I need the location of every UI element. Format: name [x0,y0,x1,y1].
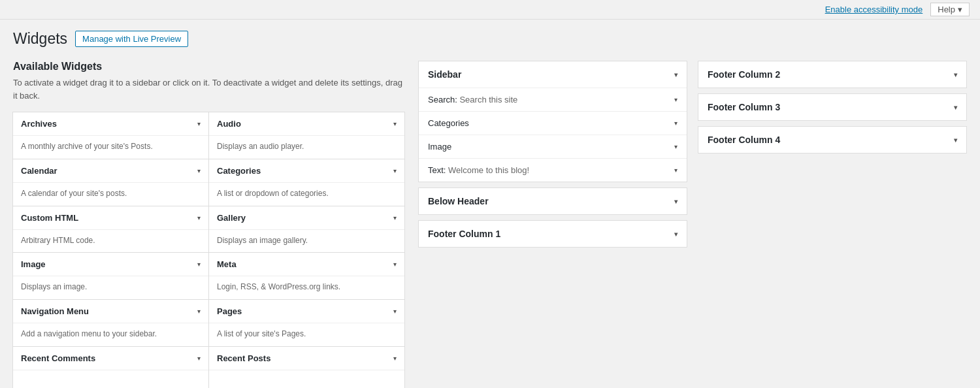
sidebar-widget-chevron-icon: ▾ [674,96,678,103]
widget-chevron-icon: ▾ [393,120,397,127]
sidebar-area-header[interactable]: Footer Column 2 ▾ [698,61,966,88]
widget-name: Meta [217,259,237,269]
widget-item[interactable]: Recent Posts ▾ [208,346,405,388]
sidebar-area: Below Header ▾ [418,187,687,215]
sidebar-widget-chevron-icon: ▾ [674,167,678,174]
widget-description: Displays an image gallery. [209,230,404,253]
top-bar: Enable accessibility mode Help ▾ [0,0,980,20]
available-widgets-heading: Available Widgets [13,61,405,73]
available-widgets-panel: Available Widgets To activate a widget d… [13,61,405,388]
sidebar-widget-sublabel: Welcome to this blog! [448,165,529,175]
sidebar-area: Footer Column 3 ▾ [698,93,967,121]
widget-header[interactable]: Categories ▾ [209,159,404,183]
widget-header[interactable]: Recent Comments ▾ [13,347,208,370]
widget-name: Custom HTML [21,213,78,223]
sidebar-area-name: Footer Column 4 [708,135,780,145]
widget-description: Arbitrary HTML code. [13,230,208,253]
sidebar-area-name: Sidebar [428,69,461,80]
widget-header[interactable]: Meta ▾ [209,253,404,276]
sidebar-widget-item[interactable]: Text: Welcome to this blog! ▾ [419,158,687,182]
page-title: Widgets [13,30,67,48]
accessibility-mode-link[interactable]: Enable accessibility mode [825,5,923,14]
widget-header[interactable]: Calendar ▾ [13,159,208,183]
widget-description: Displays an image. [13,276,208,299]
sidebar-area-chevron-icon: ▾ [674,71,678,78]
sidebar-area-chevron-icon: ▾ [954,137,957,144]
widget-name: Recent Posts [217,353,270,363]
widget-header[interactable]: Image ▾ [13,253,208,276]
widget-chevron-icon: ▾ [197,214,201,221]
widget-name: Pages [217,306,242,316]
widget-item[interactable]: Recent Comments ▾ [12,346,209,388]
sidebar-area-header[interactable]: Footer Column 1 ▾ [419,221,687,247]
widget-chevron-icon: ▾ [393,167,397,174]
page-header: Widgets Manage with Live Preview [0,20,980,54]
widget-description [209,370,404,388]
widget-header[interactable]: Custom HTML ▾ [13,206,208,230]
sidebar-area-header[interactable]: Sidebar ▾ [419,61,687,88]
sidebar-area-chevron-icon: ▾ [674,198,678,205]
widget-description [13,370,208,388]
widget-item[interactable]: Meta ▾ Login, RSS, & WordPress.org links… [208,252,405,300]
widget-name: Audio [217,119,241,129]
sidebar-area-chevron-icon: ▾ [954,71,957,78]
widget-header[interactable]: Pages ▾ [209,300,404,323]
widget-description: Login, RSS, & WordPress.org links. [209,276,404,299]
widget-item[interactable]: Image ▾ Displays an image. [12,252,209,300]
widget-item[interactable]: Navigation Menu ▾ Add a navigation menu … [12,299,209,347]
sidebar-areas-column-1: Sidebar ▾ Search: Search this site ▾ Cat… [418,61,687,388]
sidebar-area-chevron-icon: ▾ [954,104,957,111]
widget-name: Archives [21,119,57,129]
sidebar-area-header[interactable]: Footer Column 3 ▾ [698,94,966,120]
widget-name: Calendar [21,166,57,176]
sidebar-widget-chevron-icon: ▾ [674,143,678,150]
widget-item[interactable]: Audio ▾ Displays an audio player. [208,112,405,159]
widget-item[interactable]: Categories ▾ A list or dropdown of categ… [208,159,405,206]
widget-item[interactable]: Pages ▾ A list of your site's Pages. [208,299,405,347]
sidebar-area-header[interactable]: Footer Column 4 ▾ [698,127,966,153]
sidebars-panel: Sidebar ▾ Search: Search this site ▾ Cat… [418,61,967,388]
widget-header[interactable]: Audio ▾ [209,112,404,136]
sidebar-area-name: Footer Column 3 [708,102,780,112]
help-label: Help [938,5,955,14]
widget-header[interactable]: Recent Posts ▾ [209,347,404,370]
sidebar-areas-column-2: Footer Column 2 ▾ Footer Column 3 ▾ Foot… [698,61,967,388]
widget-chevron-icon: ▾ [393,214,397,221]
widget-item[interactable]: Custom HTML ▾ Arbitrary HTML code. [12,206,209,253]
sidebar-area: Footer Column 4 ▾ [698,126,967,154]
sidebar-widget-item[interactable]: Categories ▾ [419,111,687,135]
sidebar-area-header[interactable]: Below Header ▾ [419,188,687,214]
sidebar-area: Footer Column 1 ▾ [418,220,687,248]
widget-grid: Archives ▾ A monthly archive of your sit… [13,112,405,388]
sidebar-area: Sidebar ▾ Search: Search this site ▾ Cat… [418,61,687,182]
widget-item[interactable]: Gallery ▾ Displays an image gallery. [208,206,405,253]
widget-name: Image [21,259,46,269]
widget-chevron-icon: ▾ [393,355,397,362]
widget-chevron-icon: ▾ [197,355,201,362]
widget-header[interactable]: Gallery ▾ [209,206,404,230]
sidebar-widget-chevron-icon: ▾ [674,120,678,127]
widget-item[interactable]: Archives ▾ A monthly archive of your sit… [12,112,209,159]
widget-name: Navigation Menu [21,306,89,316]
manage-live-preview-button[interactable]: Manage with Live Preview [75,31,188,47]
help-button[interactable]: Help ▾ [930,3,970,16]
available-widgets-description: To activate a widget drag it to a sideba… [13,76,405,102]
widget-header[interactable]: Archives ▾ [13,112,208,136]
sidebar-widget-label: Categories [428,118,469,128]
widget-name: Gallery [217,213,246,223]
sidebar-widget-item[interactable]: Search: Search this site ▾ [419,88,687,111]
sidebar-widget-label: Text: Welcome to this blog! [428,165,529,175]
widget-header[interactable]: Navigation Menu ▾ [13,300,208,323]
widget-description: A list or dropdown of categories. [209,183,404,206]
widget-chevron-icon: ▾ [393,261,397,268]
widget-description: A list of your site's Pages. [209,323,404,346]
widget-chevron-icon: ▾ [197,120,201,127]
sidebar-widget-item[interactable]: Image ▾ [419,135,687,158]
widget-description: Add a navigation menu to your sidebar. [13,323,208,346]
sidebar-widget-label: Search: Search this site [428,95,517,105]
sidebar-area-name: Footer Column 1 [428,229,500,239]
widget-description: A monthly archive of your site's Posts. [13,136,208,159]
sidebar-area-name: Below Header [428,196,489,206]
widget-item[interactable]: Calendar ▾ A calendar of your site's pos… [12,159,209,206]
widget-description: A calendar of your site's posts. [13,183,208,206]
